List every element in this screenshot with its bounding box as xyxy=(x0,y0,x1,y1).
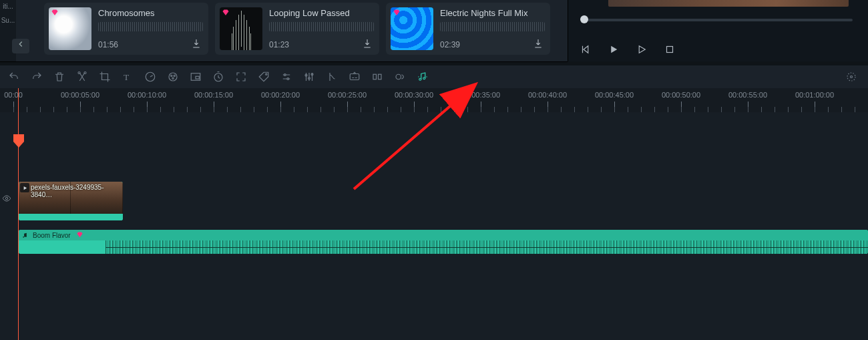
playhead-handle[interactable] xyxy=(13,134,25,148)
timeline-toolbar: T xyxy=(0,65,868,88)
svg-point-5 xyxy=(169,73,177,81)
svg-rect-19 xyxy=(373,74,377,79)
video-clip[interactable]: pexels-fauxels-3249935-3840… xyxy=(19,182,123,220)
ruler-label: 00:00:50:00 xyxy=(662,91,700,99)
svg-point-2 xyxy=(84,72,86,74)
library-card-title: Electric Nights Full Mix xyxy=(440,8,545,18)
ruler-label: 00:00:30:00 xyxy=(395,91,433,99)
track-visibility-icon[interactable] xyxy=(2,194,11,205)
transport-controls xyxy=(579,43,676,56)
preview-panel xyxy=(568,0,868,61)
tag-icon[interactable] xyxy=(254,67,274,87)
step-back-button[interactable] xyxy=(579,43,592,56)
pip-icon[interactable] xyxy=(186,67,206,87)
speech-to-text-icon[interactable] xyxy=(390,67,410,87)
library-mini-waveform xyxy=(98,22,203,31)
audio-clip[interactable]: Boom Flavor xyxy=(19,230,868,254)
svg-point-25 xyxy=(851,76,853,78)
svg-rect-10 xyxy=(196,76,199,79)
ruler-label: 00:00:35:00 xyxy=(461,91,500,99)
svg-rect-0 xyxy=(667,47,673,53)
ruler-label: 00:00:05:00 xyxy=(61,91,99,99)
audio-detach-icon[interactable] xyxy=(322,67,342,87)
svg-point-21 xyxy=(396,74,401,79)
library-thumb xyxy=(220,7,262,50)
side-tab-line1: iti... xyxy=(0,3,16,10)
undo-icon[interactable] xyxy=(4,67,24,87)
svg-rect-18 xyxy=(350,74,359,80)
ruler-label: 00:00:45:00 xyxy=(595,91,634,99)
library-back-button[interactable] xyxy=(12,39,29,53)
split-icon[interactable] xyxy=(72,67,92,87)
premium-gem-icon xyxy=(393,9,401,17)
play-button[interactable] xyxy=(635,43,648,56)
ruler-ticks xyxy=(13,102,868,112)
ruler-labels: 00:0000:00:05:0000:00:10:0000:00:15:0000… xyxy=(13,91,868,100)
library-card-duration: 01:56 xyxy=(98,40,118,49)
library-card-title: Looping Low Passed xyxy=(269,8,374,18)
svg-point-24 xyxy=(847,73,855,81)
svg-point-28 xyxy=(5,197,8,200)
play-toggle-button[interactable] xyxy=(607,43,620,56)
timeline-body[interactable]: pexels-fauxels-3249935-3840… Boom Flavor xyxy=(0,112,868,340)
svg-point-8 xyxy=(172,77,174,79)
beat-detect-icon[interactable] xyxy=(413,67,433,87)
timer-icon[interactable] xyxy=(208,67,228,87)
library-card-info: Chromosomes 01:56 xyxy=(91,3,208,55)
preview-scrub-handle[interactable] xyxy=(580,15,588,23)
premium-gem-icon xyxy=(76,231,83,240)
preview-frame xyxy=(608,0,849,7)
svg-point-6 xyxy=(171,75,172,76)
ruler-label: 00:00:25:00 xyxy=(328,91,367,99)
library-card[interactable]: Electric Nights Full Mix 02:39 xyxy=(386,3,550,55)
library-card-info: Looping Low Passed 01:23 xyxy=(262,3,379,55)
ruler-label: 00:00 xyxy=(4,91,23,99)
download-icon[interactable] xyxy=(533,38,544,51)
library-card[interactable]: Chromosomes 01:56 xyxy=(44,3,208,55)
adjust-icon[interactable] xyxy=(276,67,296,87)
svg-point-22 xyxy=(419,78,421,80)
svg-point-26 xyxy=(23,236,24,237)
audio-track[interactable]: Boom Flavor xyxy=(13,230,868,255)
redo-icon[interactable] xyxy=(27,67,47,87)
media-library-strip: iti... Su... Chromosomes 01:56 xyxy=(0,0,568,62)
side-tab-line2: Su... xyxy=(0,17,16,24)
frame-mode-icon[interactable] xyxy=(367,67,387,87)
clip-type-audio-icon xyxy=(21,232,29,239)
video-track[interactable]: pexels-fauxels-3249935-3840… xyxy=(13,182,868,222)
delete-icon[interactable] xyxy=(49,67,69,87)
timeline-ruler[interactable]: 00:0000:00:05:0000:00:10:0000:00:15:0000… xyxy=(0,88,868,112)
library-mini-waveform xyxy=(269,22,374,31)
library-cards: Chromosomes 01:56 Looping Low Passed xyxy=(44,3,550,55)
preview-scrub-track[interactable] xyxy=(584,19,853,21)
svg-point-12 xyxy=(266,73,267,75)
fit-icon[interactable] xyxy=(231,67,251,87)
library-card-duration: 02:39 xyxy=(440,40,460,49)
audio-clip-label: Boom Flavor xyxy=(33,232,71,239)
download-icon[interactable] xyxy=(362,38,373,51)
library-card[interactable]: Looping Low Passed 01:23 xyxy=(215,3,379,55)
crop-icon[interactable] xyxy=(95,67,115,87)
svg-point-23 xyxy=(423,77,425,79)
mixer-icon[interactable] xyxy=(299,67,319,87)
ruler-label: 00:00:20:00 xyxy=(261,91,300,99)
ruler-label: 00:00:55:00 xyxy=(728,91,767,99)
video-clip-label: pexels-fauxels-3249935-3840… xyxy=(31,184,123,198)
download-icon[interactable] xyxy=(191,38,202,51)
svg-point-1 xyxy=(78,72,80,74)
color-icon[interactable] xyxy=(163,67,183,87)
clip-type-video-icon xyxy=(20,183,29,192)
stop-button[interactable] xyxy=(663,43,676,56)
svg-point-7 xyxy=(174,75,175,76)
premium-gem-icon xyxy=(222,9,230,17)
speed-icon[interactable] xyxy=(140,67,160,87)
subtitle-sync-icon[interactable] xyxy=(345,67,365,87)
library-card-duration: 01:23 xyxy=(269,40,289,49)
timeline-settings-icon[interactable] xyxy=(841,67,861,87)
library-card-info: Electric Nights Full Mix 02:39 xyxy=(433,3,550,55)
text-icon[interactable]: T xyxy=(118,67,138,87)
playhead-line[interactable] xyxy=(18,88,19,340)
ruler-label: 00:00:15:00 xyxy=(194,91,233,99)
premium-gem-icon xyxy=(51,9,59,17)
library-thumb xyxy=(49,7,91,50)
